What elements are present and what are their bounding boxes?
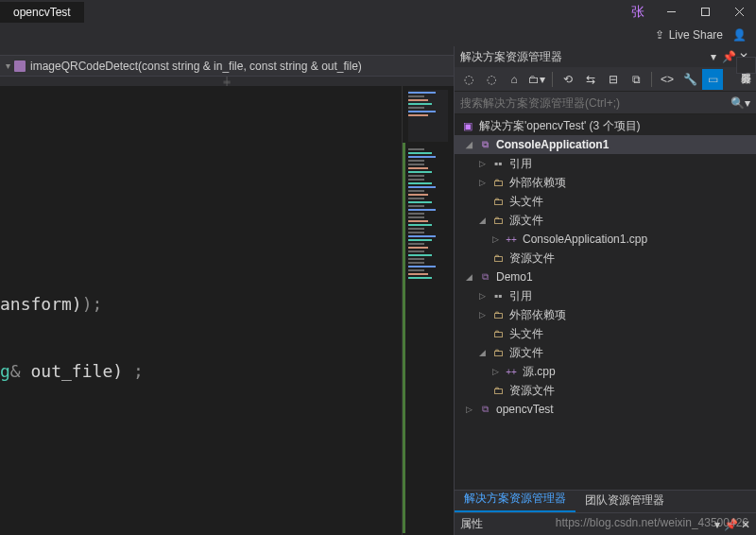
file-label: ConsoleApplication1.cpp <box>523 233 647 246</box>
code-editor[interactable]: ansform)); g& out_file) ; <box>0 86 402 535</box>
cpp-file-icon: ++ <box>504 233 519 246</box>
folder-icon: 🗀 <box>490 214 506 227</box>
source-file-node[interactable]: ▷++源.cpp <box>455 362 756 381</box>
panel-title: 解决方案资源管理器 <box>460 49 562 65</box>
resources-node[interactable]: 🗀资源文件 <box>455 249 756 268</box>
external-deps-node[interactable]: ▷🗀外部依赖项 <box>455 173 756 192</box>
panel-header: 解决方案资源管理器 ▾ 📌 ✕ <box>455 46 756 67</box>
project-node[interactable]: ◢⧉Demo1 <box>455 268 756 286</box>
view-code-button[interactable]: <> <box>657 69 678 90</box>
properties-panel-header[interactable]: 属性 ▾ 📌 ✕ <box>455 512 756 535</box>
home-button[interactable]: ⌂ <box>504 69 524 90</box>
navigation-bar[interactable]: ▾ imageQRCodeDetect(const string & in_fi… <box>0 56 454 77</box>
folder-icon: 🗀 <box>490 308 506 321</box>
account-icon[interactable]: 👤 <box>732 28 747 42</box>
dropdown-icon[interactable]: ▾ <box>707 50 720 63</box>
expand-icon[interactable]: ▷ <box>477 310 487 319</box>
headers-node[interactable]: 🗀头文件 <box>455 192 756 211</box>
node-label: 引用 <box>509 288 532 304</box>
expand-icon[interactable]: ◢ <box>477 348 487 357</box>
project-label: opencvTest <box>496 403 554 416</box>
forward-button[interactable]: ◌ <box>481 69 502 90</box>
search-row: 🔍▾ <box>455 92 756 114</box>
sync-button[interactable]: ⟲ <box>558 69 578 90</box>
node-label: 外部依赖项 <box>509 307 566 323</box>
project-node[interactable]: ▷⧉opencvTest <box>455 400 756 419</box>
panel-bottom-tabs: 解决方案资源管理器 团队资源管理器 <box>455 490 756 512</box>
node-label: 头文件 <box>509 194 543 210</box>
editor-tabs[interactable] <box>0 46 454 56</box>
solution-filter-button[interactable]: 🗀▾ <box>526 69 547 90</box>
headers-node[interactable]: 🗀头文件 <box>455 324 756 343</box>
live-share-button[interactable]: ⇪ Live Share <box>655 28 723 42</box>
search-input[interactable] <box>460 96 727 110</box>
file-label: 源.cpp <box>523 364 556 380</box>
user-badge[interactable]: 张 <box>622 4 654 21</box>
folder-icon: 🗀 <box>490 176 506 189</box>
node-label: 源文件 <box>509 345 543 361</box>
properties-button[interactable]: 🔧 <box>679 69 700 90</box>
external-deps-node[interactable]: ▷🗀外部依赖项 <box>455 305 756 324</box>
cpp-project-icon: ⧉ <box>477 403 492 416</box>
project-label: ConsoleApplication1 <box>496 138 609 151</box>
show-all-button[interactable]: ⧉ <box>626 69 646 90</box>
minimap-scroll-indicator <box>403 143 405 533</box>
function-name: imageQRCodeDetect(const string & in_file… <box>30 60 362 73</box>
resources-node[interactable]: 🗀资源文件 <box>455 381 756 400</box>
cpp-project-icon: ⧉ <box>477 270 492 284</box>
back-button[interactable]: ◌ <box>458 69 479 90</box>
folder-icon: 🗀 <box>490 384 506 397</box>
expand-icon[interactable]: ◢ <box>464 140 473 149</box>
refresh-button[interactable]: ⇆ <box>580 69 601 90</box>
expand-icon[interactable]: ▷ <box>477 291 487 301</box>
minimap-region <box>408 147 448 449</box>
node-label: 外部依赖项 <box>509 175 566 191</box>
folder-icon: 🗀 <box>490 346 506 359</box>
nav-arrow-icon: ▾ <box>6 60 10 71</box>
code-line: ansform)); <box>0 294 402 314</box>
preview-selected-button[interactable]: ▭ <box>702 69 723 90</box>
expand-icon[interactable]: ▷ <box>490 234 500 244</box>
minimap-region <box>408 90 448 142</box>
references-node[interactable]: ▷▪▪引用 <box>455 286 756 305</box>
tab-team-explorer[interactable]: 团队资源管理器 <box>576 489 674 512</box>
solution-tree[interactable]: ▣ 解决方案'opencvTest' (3 个项目) ◢ ⧉ ConsoleAp… <box>455 114 756 490</box>
search-icon[interactable]: 🔍▾ <box>730 96 750 110</box>
close-button[interactable] <box>722 0 756 24</box>
command-bar: ⇪ Live Share 👤 <box>0 24 756 46</box>
expand-icon[interactable]: ▷ <box>477 178 487 187</box>
expand-icon[interactable]: ▷ <box>464 405 473 414</box>
cpp-project-icon: ⧉ <box>477 138 492 151</box>
sources-node[interactable]: ◢🗀源文件 <box>455 343 756 362</box>
reference-icon: ▪▪ <box>490 157 506 170</box>
sources-node[interactable]: ◢🗀源文件 <box>455 211 756 230</box>
function-dropdown[interactable]: imageQRCodeDetect(const string & in_file… <box>14 60 362 73</box>
live-share-label: Live Share <box>669 28 723 42</box>
properties-buttons: ▾ 📌 ✕ <box>714 518 750 531</box>
split-handle[interactable]: ╪ <box>0 77 454 86</box>
server-explorer-tab[interactable]: 服务器资 <box>736 57 756 74</box>
tab-solution-explorer[interactable]: 解决方案资源管理器 <box>455 487 576 512</box>
collapse-button[interactable]: ⊟ <box>603 69 624 90</box>
node-label: 资源文件 <box>509 383 555 399</box>
expand-icon[interactable]: ◢ <box>477 216 487 225</box>
project-node[interactable]: ◢ ⧉ ConsoleApplication1 <box>455 135 756 154</box>
folder-icon: 🗀 <box>490 195 506 208</box>
code-minimap[interactable] <box>402 86 454 535</box>
expand-icon[interactable]: ◢ <box>464 272 473 282</box>
solution-node[interactable]: ▣ 解决方案'opencvTest' (3 个项目) <box>455 116 756 135</box>
maximize-button[interactable] <box>688 0 722 24</box>
source-file-node[interactable]: ▷++ConsoleApplication1.cpp <box>455 230 756 249</box>
solution-explorer-panel: 解决方案资源管理器 ▾ 📌 ✕ ◌ ◌ ⌂ 🗀▾ ⟲ ⇆ ⊟ ⧉ <> 🔧 ▭ … <box>454 46 756 535</box>
expand-icon[interactable]: ▷ <box>477 159 487 168</box>
node-label: 头文件 <box>509 326 543 342</box>
minimize-button[interactable] <box>654 0 688 24</box>
node-label: 源文件 <box>509 213 543 229</box>
share-icon: ⇪ <box>655 28 664 42</box>
title-bar: opencvTest 张 <box>0 0 756 24</box>
solution-label: 解决方案'opencvTest' (3 个项目) <box>479 118 641 134</box>
pin-icon[interactable]: 📌 <box>722 50 735 63</box>
svg-rect-1 <box>701 9 709 16</box>
expand-icon[interactable]: ▷ <box>490 367 500 376</box>
references-node[interactable]: ▷▪▪引用 <box>455 154 756 173</box>
